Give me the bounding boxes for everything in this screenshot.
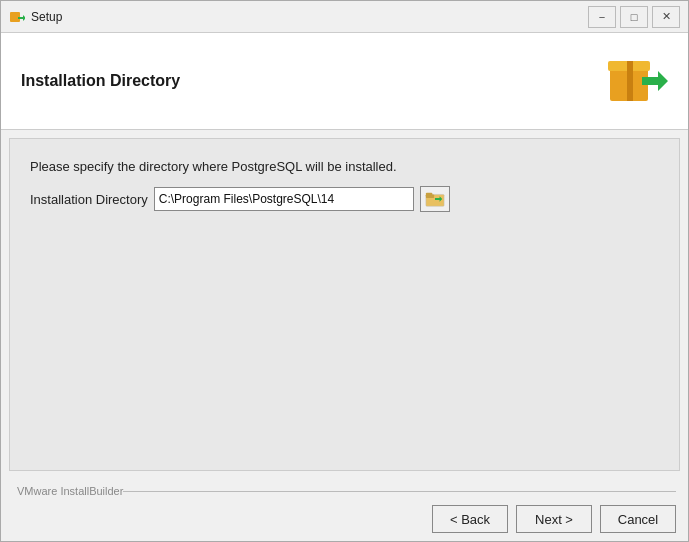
maximize-button[interactable]: □ xyxy=(620,6,648,28)
cancel-button[interactable]: Cancel xyxy=(600,505,676,533)
package-icon xyxy=(604,49,668,113)
dir-row: Installation Directory xyxy=(30,186,659,212)
setup-window: Setup − □ ✕ Installation Directory xyxy=(0,0,689,542)
title-bar: Setup − □ ✕ xyxy=(1,1,688,33)
installbuilder-label: VMware InstallBuilder xyxy=(17,485,123,497)
setup-title-icon xyxy=(9,9,25,25)
svg-rect-4 xyxy=(627,61,633,101)
footer-buttons: < Back Next > Cancel xyxy=(13,505,676,533)
dir-label: Installation Directory xyxy=(30,192,148,207)
close-button[interactable]: ✕ xyxy=(652,6,680,28)
header-section: Installation Directory xyxy=(1,33,688,130)
page-title: Installation Directory xyxy=(21,72,180,90)
title-bar-left: Setup xyxy=(9,9,62,25)
minimize-button[interactable]: − xyxy=(588,6,616,28)
next-button[interactable]: Next > xyxy=(516,505,592,533)
dir-input[interactable] xyxy=(154,187,414,211)
footer-divider xyxy=(123,491,676,492)
title-controls: − □ ✕ xyxy=(588,6,680,28)
content-area: Installation Directory Please specify th… xyxy=(1,33,688,479)
footer: VMware InstallBuilder < Back Next > Canc… xyxy=(1,479,688,541)
browse-button[interactable] xyxy=(420,186,450,212)
back-button[interactable]: < Back xyxy=(432,505,508,533)
main-body: Please specify the directory where Postg… xyxy=(9,138,680,471)
svg-rect-8 xyxy=(426,193,432,197)
description-text: Please specify the directory where Postg… xyxy=(30,159,659,174)
window-title: Setup xyxy=(31,10,62,24)
folder-icon xyxy=(425,190,445,208)
footer-divider-row: VMware InstallBuilder xyxy=(13,485,676,497)
